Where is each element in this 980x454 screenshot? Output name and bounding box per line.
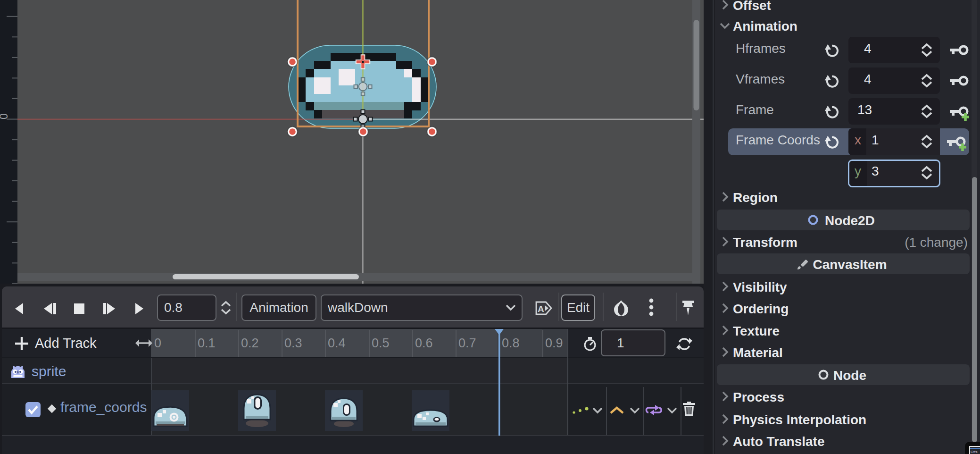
svg-text:A: A <box>538 304 544 314</box>
svg-text:0: 0 <box>0 113 10 119</box>
